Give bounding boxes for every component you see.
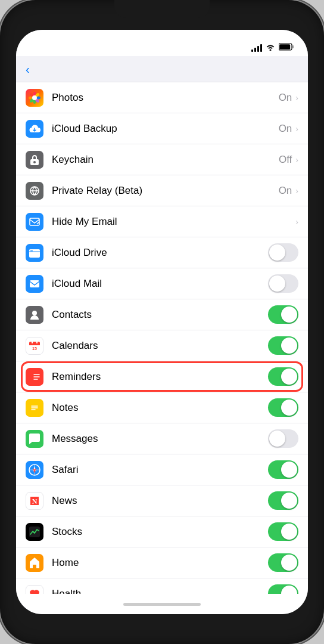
icloud-backup-label: iCloud Backup (52, 123, 279, 135)
svg-rect-2 (292, 45, 294, 48)
hide-my-email-icon (26, 213, 43, 231)
stocks-icon (26, 523, 43, 541)
svg-rect-1 (279, 44, 290, 49)
svg-point-22 (32, 311, 37, 315)
notes-icon (26, 399, 43, 417)
messages-toggle[interactable] (268, 429, 298, 448)
svg-rect-25 (29, 344, 40, 345)
stocks-label: Stocks (52, 526, 268, 538)
calendars-icon: 15 (26, 337, 43, 355)
nav-back-button[interactable]: ‹ (26, 63, 31, 75)
icloud-drive-toggle[interactable] (268, 243, 298, 262)
svg-text:15: 15 (32, 346, 37, 351)
signal-bar-1 (251, 49, 253, 52)
stocks-toggle[interactable] (268, 522, 298, 541)
keychain-icon (26, 151, 43, 169)
health-label: Health (52, 588, 268, 595)
phone-screen: ‹ PhotosOn›iCloud BackupOn›KeychainOff›P… (16, 30, 308, 614)
settings-item-home[interactable]: Home (16, 547, 308, 578)
battery-icon (279, 43, 294, 52)
svg-rect-46 (29, 527, 40, 537)
settings-item-contacts[interactable]: Contacts (16, 299, 308, 330)
messages-icon (26, 430, 43, 448)
icloud-mail-toggle-thumb (269, 275, 285, 292)
home-label: Home (52, 557, 268, 569)
signal-bars (251, 44, 262, 52)
svg-point-29 (31, 373, 33, 375)
home-bar (123, 603, 201, 606)
icloud-drive-toggle-thumb (269, 244, 285, 261)
settings-item-news[interactable]: NNews (16, 485, 308, 516)
settings-item-stocks[interactable]: Stocks (16, 516, 308, 547)
settings-content: PhotosOn›iCloud BackupOn›KeychainOff›Pri… (16, 82, 308, 594)
reminders-toggle[interactable] (268, 367, 298, 386)
settings-item-messages[interactable]: Messages (16, 423, 308, 454)
signal-bar-3 (257, 46, 259, 52)
home-toggle[interactable] (268, 553, 298, 572)
keychain-chevron-icon: › (295, 155, 298, 165)
icloud-backup-chevron-icon: › (295, 124, 298, 134)
wifi-icon (266, 44, 275, 52)
messages-label: Messages (52, 433, 268, 445)
settings-item-notes[interactable]: Notes (16, 392, 308, 423)
hide-my-email-label: Hide My Email (52, 216, 295, 228)
nav-bar: ‹ (16, 56, 308, 82)
icloud-drive-label: iCloud Drive (52, 247, 268, 259)
hide-my-email-chevron-icon: › (295, 217, 298, 227)
svg-rect-21 (30, 280, 39, 287)
settings-item-reminders[interactable]: Reminders (16, 361, 308, 392)
keychain-label: Keychain (52, 154, 279, 166)
notch (114, 0, 210, 18)
svg-point-33 (31, 378, 33, 380)
news-icon: N (26, 492, 43, 510)
svg-text:N: N (32, 497, 38, 506)
icloud-drive-icon (26, 244, 43, 262)
settings-item-icloud-drive[interactable]: iCloud Drive (16, 237, 308, 268)
private-relay-value: On (279, 185, 292, 197)
icloud-backup-value: On (279, 123, 292, 135)
icloud-backup-icon (26, 120, 43, 138)
keychain-value: Off (279, 154, 292, 166)
private-relay-label: Private Relay (Beta) (52, 185, 279, 197)
icloud-mail-toggle[interactable] (268, 274, 298, 293)
calendars-toggle[interactable] (268, 336, 298, 355)
settings-item-photos[interactable]: PhotosOn› (16, 82, 308, 113)
signal-bar-4 (260, 44, 262, 52)
calendars-toggle-thumb (281, 338, 297, 354)
contacts-toggle[interactable] (268, 305, 298, 324)
messages-toggle-thumb (269, 431, 285, 447)
settings-item-health[interactable]: Health (16, 578, 308, 594)
health-toggle[interactable] (268, 584, 298, 594)
settings-item-hide-my-email[interactable]: Hide My Email› (16, 206, 308, 237)
safari-toggle-thumb (281, 462, 297, 478)
safari-toggle[interactable] (268, 460, 298, 479)
home-icon (26, 554, 43, 572)
photos-icon (26, 89, 43, 107)
settings-item-icloud-backup[interactable]: iCloud BackupOn› (16, 113, 308, 144)
news-toggle-thumb (281, 493, 297, 509)
status-bar (16, 30, 308, 56)
settings-item-calendars[interactable]: 15Calendars (16, 330, 308, 361)
private-relay-icon (26, 182, 43, 200)
back-chevron-icon: ‹ (26, 63, 30, 75)
svg-rect-20 (30, 250, 33, 252)
settings-item-keychain[interactable]: KeychainOff› (16, 144, 308, 175)
settings-item-safari[interactable]: Safari (16, 454, 308, 485)
contacts-toggle-thumb (281, 306, 297, 323)
settings-item-private-relay[interactable]: Private Relay (Beta)On› (16, 175, 308, 206)
calendars-label: Calendars (52, 340, 268, 352)
notes-toggle[interactable] (268, 398, 298, 417)
icloud-mail-icon (26, 275, 43, 293)
contacts-icon (26, 306, 43, 324)
settings-group-main: PhotosOn›iCloud BackupOn›KeychainOff›Pri… (16, 82, 308, 594)
photos-chevron-icon: › (295, 93, 298, 103)
safari-label: Safari (52, 464, 268, 476)
home-indicator (16, 594, 308, 614)
signal-bar-2 (254, 48, 256, 52)
news-toggle[interactable] (268, 491, 298, 510)
svg-rect-17 (30, 218, 39, 225)
reminders-icon (26, 368, 43, 386)
reminders-label: Reminders (52, 371, 268, 383)
svg-point-13 (32, 95, 37, 100)
settings-item-icloud-mail[interactable]: iCloud Mail (16, 268, 308, 299)
